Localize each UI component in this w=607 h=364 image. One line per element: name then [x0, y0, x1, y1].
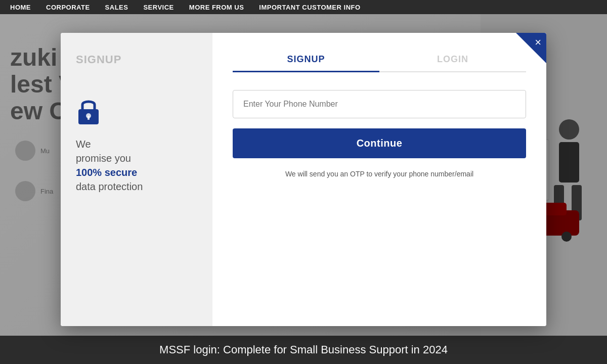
signup-modal: × SIGNUP We promise you 100% secure data… — [61, 33, 546, 326]
promise-line-2: promise you — [76, 153, 131, 164]
promise-line-3: data protection — [76, 181, 143, 192]
tabs-container: SIGNUP LOGIN — [233, 48, 526, 72]
promise-line-1: We — [76, 139, 91, 150]
lock-icon — [76, 97, 197, 129]
nav-sales[interactable]: SALES — [105, 4, 128, 11]
close-icon: × — [535, 37, 541, 48]
otp-info-text: We will send you an OTP to verify your p… — [233, 168, 526, 179]
modal-left-title: SIGNUP — [76, 53, 197, 66]
phone-input[interactable] — [233, 90, 526, 118]
nav-home[interactable]: HOME — [10, 4, 31, 11]
nav-corporate[interactable]: CORPORATE — [46, 4, 90, 11]
tab-signup[interactable]: SIGNUP — [233, 48, 379, 72]
bottom-bar-text: MSSF login: Complete for Small Business … — [159, 343, 448, 356]
promise-text: We promise you 100% secure data protecti… — [76, 137, 197, 194]
modal-left-panel: SIGNUP We promise you 100% secure data p… — [61, 33, 212, 326]
navigation: HOME CORPORATE SALES SERVICE MORE FROM U… — [0, 0, 607, 14]
modal-right-panel: SIGNUP LOGIN Continue We will send you a… — [212, 33, 546, 326]
tab-login[interactable]: LOGIN — [379, 48, 526, 71]
promise-highlight: 100% secure — [76, 167, 137, 178]
nav-customer-info[interactable]: IMPORTANT CUSTOMER INFO — [259, 4, 360, 11]
bottom-bar: MSSF login: Complete for Small Business … — [0, 336, 607, 364]
nav-service[interactable]: SERVICE — [143, 4, 174, 11]
lock-svg — [76, 97, 101, 127]
svg-rect-20 — [88, 116, 90, 120]
continue-button[interactable]: Continue — [233, 128, 526, 158]
nav-more-from-us[interactable]: MORE FROM US — [189, 4, 244, 11]
